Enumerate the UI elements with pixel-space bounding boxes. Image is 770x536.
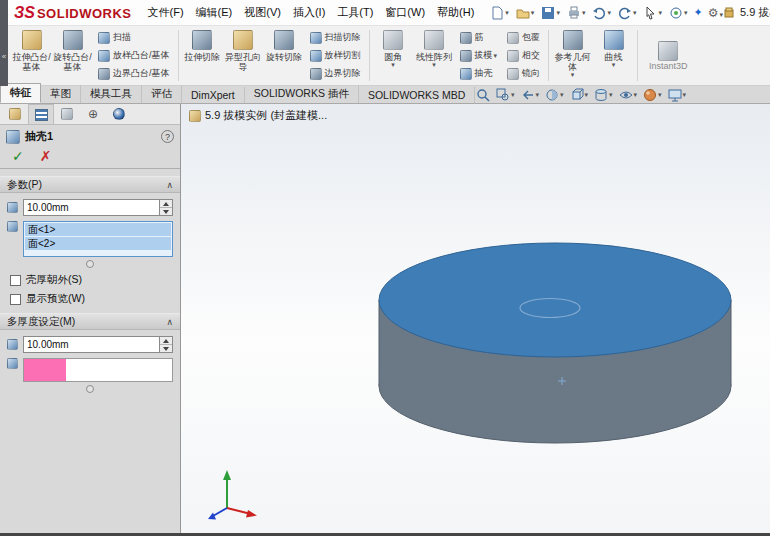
tab-evaluate[interactable]: 评估	[142, 85, 182, 103]
tab-solidworks-addins[interactable]: SOLIDWORKS 插件	[245, 85, 359, 103]
configuration-manager-tab[interactable]	[54, 104, 80, 124]
boundary-boss-icon	[98, 68, 110, 80]
view-orientation-icon[interactable]	[570, 88, 589, 102]
model-top-face[interactable]	[379, 243, 731, 357]
menu-help[interactable]: 帮助(H)	[431, 0, 480, 25]
shell-outward-checkbox[interactable]	[10, 275, 21, 286]
list-resize-handle[interactable]	[86, 260, 94, 268]
menu-edit[interactable]: 编辑(E)	[190, 0, 239, 25]
undo-button[interactable]	[592, 6, 611, 20]
swept-cut-button[interactable]: 扫描切除	[307, 29, 364, 47]
list-resize-handle[interactable]	[86, 385, 94, 393]
modify-tools-stack: 包覆 相交 镜向	[502, 26, 545, 85]
extrude-boss-button[interactable]: 拉伸凸台/基体	[11, 26, 52, 85]
ok-button[interactable]: ✓	[12, 148, 24, 164]
menu-window[interactable]: 窗口(W)	[379, 0, 431, 25]
revolve-cut-button[interactable]: 旋转切除	[264, 26, 305, 85]
zoom-fit-icon[interactable]	[476, 88, 490, 102]
tab-solidworks-mbd[interactable]: SOLIDWORKS MBD	[359, 87, 475, 103]
tab-mold-tools[interactable]: 模具工具	[81, 85, 142, 103]
hole-wizard-button[interactable]: 异型孔向导	[223, 26, 264, 85]
multi-thickness-step-down[interactable]	[160, 345, 172, 352]
new-document-button[interactable]	[490, 6, 509, 20]
cut-options-stack: 扫描切除 放样切割 边界切除	[305, 26, 366, 85]
multi-thickness-faces-selection[interactable]	[23, 358, 173, 382]
multi-thickness-input[interactable]: 10.00mm	[23, 336, 160, 353]
reference-triad	[203, 456, 273, 526]
instant3d-button[interactable]: Instant3D	[641, 26, 696, 85]
parameters-section-header[interactable]: 参数(P) ∧	[0, 176, 180, 193]
revolve-boss-button[interactable]: 旋转凸台/基体	[52, 26, 93, 85]
show-preview-checkbox[interactable]	[10, 294, 21, 305]
apply-scene-icon[interactable]	[668, 88, 687, 102]
hide-show-items-icon[interactable]	[619, 88, 638, 102]
menu-file[interactable]: 文件(F)	[142, 0, 190, 25]
rib-button[interactable]: 筋	[457, 29, 501, 47]
options-gear-icon[interactable]: ⚙	[708, 6, 723, 20]
feature-tree-root[interactable]: 5.9 拔模实例 (封盖建模...	[189, 108, 327, 123]
display-manager-tab[interactable]	[106, 104, 132, 124]
section-view-icon[interactable]	[545, 88, 564, 102]
open-document-button[interactable]	[516, 6, 535, 20]
pin-icon[interactable]: ✦	[693, 6, 702, 19]
faces-selection-list[interactable]: 面<1> 面<2>	[23, 221, 173, 257]
print-button[interactable]	[567, 6, 586, 20]
select-tool-button[interactable]	[643, 6, 662, 20]
thickness-step-up[interactable]	[160, 200, 172, 208]
tab-sketch[interactable]: 草图	[41, 85, 81, 103]
draft-button[interactable]: 拔模	[457, 47, 501, 65]
linear-pattern-button[interactable]: 线性阵列	[414, 26, 455, 85]
thickness-icon	[7, 202, 18, 213]
edit-appearance-icon[interactable]	[643, 88, 662, 102]
loft-boss-button[interactable]: 放样凸台/基体	[95, 47, 173, 65]
linear-pattern-icon	[424, 30, 444, 50]
shell-outward-row[interactable]: 壳厚朝外(S)	[10, 273, 170, 287]
dimxpert-manager-icon: ⊕	[88, 108, 98, 120]
menu-tools[interactable]: 工具(T)	[331, 0, 379, 25]
shell-button[interactable]: 抽壳	[457, 65, 501, 83]
show-preview-row[interactable]: 显示预览(W)	[10, 292, 170, 306]
curves-button[interactable]: 曲线	[593, 26, 634, 85]
thickness-input[interactable]: 10.00mm	[23, 199, 160, 216]
boundary-cut-button[interactable]: 边界切除	[307, 65, 364, 83]
show-preview-label: 显示预览(W)	[26, 292, 85, 306]
loft-cut-button[interactable]: 放样切割	[307, 47, 364, 65]
boundary-cut-icon	[310, 68, 322, 80]
display-style-icon[interactable]	[594, 88, 613, 102]
tab-dimxpert[interactable]: DimXpert	[182, 87, 245, 103]
boundary-boss-button[interactable]: 边界凸台/基体	[95, 65, 173, 83]
fillet-button[interactable]: 圆角	[373, 26, 414, 85]
rebuild-button[interactable]	[669, 6, 688, 20]
graphics-area[interactable]: 5.9 拔模实例 (封盖建模...	[181, 104, 770, 536]
thickness-step-down[interactable]	[160, 208, 172, 215]
revolve-cut-icon	[274, 30, 294, 50]
reference-geometry-button[interactable]: 参考几何体	[552, 26, 593, 85]
zoom-area-icon[interactable]	[496, 88, 515, 102]
intersect-button[interactable]: 相交	[504, 47, 543, 65]
menu-view[interactable]: 视图(V)	[238, 0, 287, 25]
feature-manager-tab[interactable]	[2, 104, 28, 124]
redo-button[interactable]	[618, 6, 637, 20]
swept-boss-button[interactable]: 扫描	[95, 29, 173, 47]
dimxpert-manager-tab[interactable]: ⊕	[80, 104, 106, 124]
multi-thickness-step-up[interactable]	[160, 337, 172, 345]
wrap-button[interactable]: 包覆	[504, 29, 543, 47]
face-list-item[interactable]: 面<2>	[25, 237, 171, 250]
cancel-button[interactable]: ✗	[40, 148, 52, 164]
rib-label: 筋	[475, 31, 484, 44]
extrude-cut-button[interactable]: 拉伸切除	[182, 26, 223, 85]
boundary-cut-label: 边界切除	[325, 67, 361, 80]
help-icon[interactable]: ?	[161, 130, 174, 143]
feature-manager-icon	[9, 108, 21, 120]
face-list-item[interactable]: 面<1>	[25, 223, 171, 236]
property-manager-tab[interactable]	[28, 104, 54, 124]
collapse-panel-icon[interactable]: «	[0, 52, 8, 61]
multi-thickness-section-header[interactable]: 多厚度设定(M) ∧	[0, 313, 180, 330]
menu-insert[interactable]: 插入(I)	[287, 0, 331, 25]
save-button[interactable]	[541, 6, 560, 20]
display-manager-icon	[113, 108, 125, 120]
mirror-button[interactable]: 镜向	[504, 65, 543, 83]
tab-features[interactable]: 特征	[0, 83, 41, 103]
active-selection-highlight	[24, 359, 66, 381]
previous-view-icon[interactable]	[521, 88, 540, 102]
